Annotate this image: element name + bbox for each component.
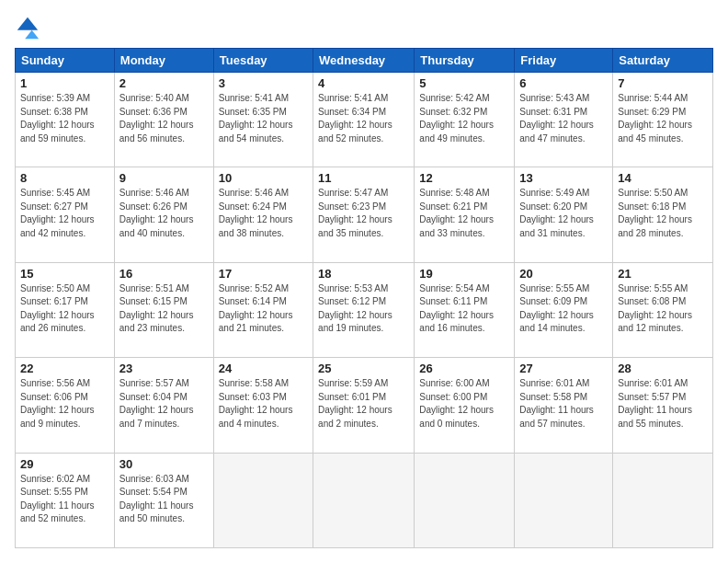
calendar-cell: 4Sunrise: 5:41 AMSunset: 6:34 PMDaylight…	[313, 73, 415, 167]
day-detail: Sunrise: 5:50 AMSunset: 6:18 PMDaylight:…	[618, 187, 708, 240]
weekday-header-row: SundayMondayTuesdayWednesdayThursdayFrid…	[16, 49, 713, 73]
day-detail: Sunrise: 5:52 AMSunset: 6:14 PMDaylight:…	[219, 282, 308, 336]
calendar-cell: 16Sunrise: 5:51 AMSunset: 6:15 PMDayligh…	[114, 262, 213, 357]
calendar-cell: 6Sunrise: 5:43 AMSunset: 6:31 PMDaylight…	[515, 73, 613, 167]
calendar-cell: 5Sunrise: 5:42 AMSunset: 6:32 PMDaylight…	[415, 73, 515, 167]
day-number: 15	[20, 267, 109, 281]
calendar-row: 15Sunrise: 5:50 AMSunset: 6:17 PMDayligh…	[16, 262, 713, 357]
day-detail: Sunrise: 6:01 AMSunset: 5:58 PMDaylight:…	[519, 377, 608, 431]
day-detail: Sunrise: 5:44 AMSunset: 6:29 PMDaylight:…	[618, 92, 708, 145]
calendar-cell	[613, 453, 713, 547]
day-number: 19	[419, 267, 509, 281]
day-number: 24	[219, 362, 308, 375]
calendar-cell	[313, 453, 415, 547]
day-detail: Sunrise: 5:50 AMSunset: 6:17 PMDaylight:…	[20, 282, 109, 336]
day-detail: Sunrise: 5:47 AMSunset: 6:23 PMDaylight:…	[318, 187, 409, 240]
day-number: 8	[20, 171, 109, 185]
day-number: 30	[119, 457, 209, 471]
day-detail: Sunrise: 5:45 AMSunset: 6:27 PMDaylight:…	[20, 187, 109, 240]
calendar-row: 1Sunrise: 5:39 AMSunset: 6:38 PMDaylight…	[16, 73, 713, 167]
calendar-row: 22Sunrise: 5:56 AMSunset: 6:06 PMDayligh…	[16, 358, 713, 453]
calendar-cell: 7Sunrise: 5:44 AMSunset: 6:29 PMDaylight…	[613, 73, 713, 167]
calendar-cell: 13Sunrise: 5:49 AMSunset: 6:20 PMDayligh…	[515, 167, 613, 262]
day-detail: Sunrise: 5:46 AMSunset: 6:24 PMDaylight:…	[219, 187, 308, 240]
day-detail: Sunrise: 5:49 AMSunset: 6:20 PMDaylight:…	[519, 187, 608, 240]
page: SundayMondayTuesdayWednesdayThursdayFrid…	[0, 0, 728, 563]
weekday-header: Tuesday	[213, 49, 313, 73]
day-detail: Sunrise: 5:43 AMSunset: 6:31 PMDaylight:…	[519, 92, 608, 145]
day-number: 23	[119, 362, 209, 375]
calendar-cell: 12Sunrise: 5:48 AMSunset: 6:21 PMDayligh…	[415, 167, 515, 262]
svg-marker-0	[17, 17, 38, 30]
day-number: 3	[219, 76, 308, 90]
calendar-cell: 15Sunrise: 5:50 AMSunset: 6:17 PMDayligh…	[16, 262, 115, 357]
day-number: 29	[20, 457, 109, 471]
calendar-row: 29Sunrise: 6:02 AMSunset: 5:55 PMDayligh…	[16, 453, 713, 547]
day-detail: Sunrise: 5:57 AMSunset: 6:04 PMDaylight:…	[119, 377, 209, 431]
day-detail: Sunrise: 5:40 AMSunset: 6:36 PMDaylight:…	[119, 92, 209, 145]
calendar-cell: 2Sunrise: 5:40 AMSunset: 6:36 PMDaylight…	[114, 73, 213, 167]
day-number: 6	[519, 76, 608, 90]
weekday-header: Thursday	[415, 49, 515, 73]
calendar-cell: 18Sunrise: 5:53 AMSunset: 6:12 PMDayligh…	[313, 262, 415, 357]
day-number: 20	[519, 267, 608, 281]
day-detail: Sunrise: 6:00 AMSunset: 6:00 PMDaylight:…	[419, 377, 509, 431]
logo	[15, 15, 44, 40]
day-detail: Sunrise: 5:55 AMSunset: 6:08 PMDaylight:…	[618, 282, 708, 336]
calendar-cell: 21Sunrise: 5:55 AMSunset: 6:08 PMDayligh…	[613, 262, 713, 357]
calendar-cell: 25Sunrise: 5:59 AMSunset: 6:01 PMDayligh…	[313, 358, 415, 453]
calendar-cell: 30Sunrise: 6:03 AMSunset: 5:54 PMDayligh…	[114, 453, 213, 547]
calendar-cell: 28Sunrise: 6:01 AMSunset: 5:57 PMDayligh…	[613, 358, 713, 453]
day-number: 13	[519, 171, 608, 185]
weekday-header: Saturday	[613, 49, 713, 73]
calendar-cell: 9Sunrise: 5:46 AMSunset: 6:26 PMDaylight…	[114, 167, 213, 262]
day-number: 28	[618, 362, 708, 375]
day-detail: Sunrise: 5:48 AMSunset: 6:21 PMDaylight:…	[419, 187, 509, 240]
calendar-cell: 11Sunrise: 5:47 AMSunset: 6:23 PMDayligh…	[313, 167, 415, 262]
calendar-cell: 22Sunrise: 5:56 AMSunset: 6:06 PMDayligh…	[16, 358, 115, 453]
day-number: 16	[119, 267, 209, 281]
day-number: 18	[318, 267, 409, 281]
day-detail: Sunrise: 5:46 AMSunset: 6:26 PMDaylight:…	[119, 187, 209, 240]
day-number: 25	[318, 362, 409, 375]
calendar-cell: 14Sunrise: 5:50 AMSunset: 6:18 PMDayligh…	[613, 167, 713, 262]
day-detail: Sunrise: 6:01 AMSunset: 5:57 PMDaylight:…	[618, 377, 708, 431]
calendar-cell: 23Sunrise: 5:57 AMSunset: 6:04 PMDayligh…	[114, 358, 213, 453]
day-detail: Sunrise: 5:41 AMSunset: 6:34 PMDaylight:…	[318, 92, 409, 145]
calendar-cell	[415, 453, 515, 547]
day-number: 1	[20, 76, 109, 90]
day-number: 7	[618, 76, 708, 90]
calendar-cell: 26Sunrise: 6:00 AMSunset: 6:00 PMDayligh…	[415, 358, 515, 453]
day-detail: Sunrise: 5:56 AMSunset: 6:06 PMDaylight:…	[20, 377, 109, 431]
calendar-cell	[213, 453, 313, 547]
svg-marker-1	[25, 30, 39, 39]
weekday-header: Sunday	[16, 49, 115, 73]
weekday-header: Friday	[515, 49, 613, 73]
day-number: 14	[618, 171, 708, 185]
day-number: 9	[119, 171, 209, 185]
day-number: 10	[219, 171, 308, 185]
day-number: 22	[20, 362, 109, 375]
calendar-table: SundayMondayTuesdayWednesdayThursdayFrid…	[15, 48, 713, 548]
calendar-cell: 3Sunrise: 5:41 AMSunset: 6:35 PMDaylight…	[213, 73, 313, 167]
day-detail: Sunrise: 5:54 AMSunset: 6:11 PMDaylight:…	[419, 282, 509, 336]
day-detail: Sunrise: 5:53 AMSunset: 6:12 PMDaylight:…	[318, 282, 409, 336]
day-number: 2	[119, 76, 209, 90]
day-detail: Sunrise: 5:55 AMSunset: 6:09 PMDaylight:…	[519, 282, 608, 336]
logo-icon	[15, 15, 40, 40]
calendar-cell: 24Sunrise: 5:58 AMSunset: 6:03 PMDayligh…	[213, 358, 313, 453]
calendar-cell: 19Sunrise: 5:54 AMSunset: 6:11 PMDayligh…	[415, 262, 515, 357]
day-number: 12	[419, 171, 509, 185]
day-number: 26	[419, 362, 509, 375]
day-detail: Sunrise: 5:58 AMSunset: 6:03 PMDaylight:…	[219, 377, 308, 431]
calendar-cell: 27Sunrise: 6:01 AMSunset: 5:58 PMDayligh…	[515, 358, 613, 453]
day-number: 21	[618, 267, 708, 281]
day-detail: Sunrise: 6:03 AMSunset: 5:54 PMDaylight:…	[119, 473, 209, 526]
day-number: 17	[219, 267, 308, 281]
calendar-cell: 29Sunrise: 6:02 AMSunset: 5:55 PMDayligh…	[16, 453, 115, 547]
day-detail: Sunrise: 5:59 AMSunset: 6:01 PMDaylight:…	[318, 377, 409, 431]
calendar-cell: 20Sunrise: 5:55 AMSunset: 6:09 PMDayligh…	[515, 262, 613, 357]
day-detail: Sunrise: 5:41 AMSunset: 6:35 PMDaylight:…	[219, 92, 308, 145]
day-number: 27	[519, 362, 608, 375]
day-number: 5	[419, 76, 509, 90]
